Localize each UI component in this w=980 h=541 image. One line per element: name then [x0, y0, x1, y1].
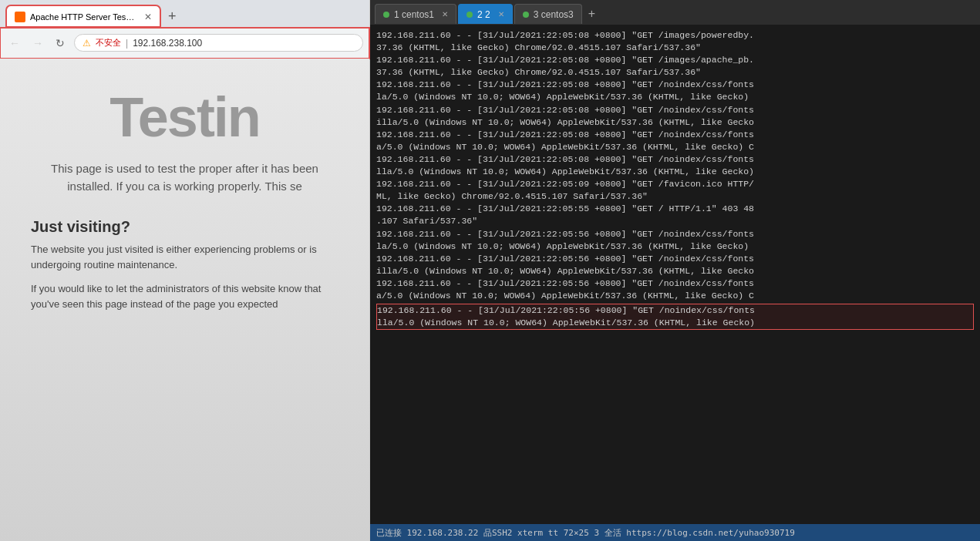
- browser-tab-active[interactable]: Apache HTTP Server Test Page ✕: [6, 5, 160, 27]
- url-separator: |: [126, 38, 128, 49]
- section-text-2: If you would like to let the administrat…: [31, 281, 338, 311]
- section-text-1: The website you just visited is either e…: [31, 242, 338, 272]
- log-line: 192.168.211.60 - - [31/Jul/2021:22:05:56…: [376, 253, 974, 265]
- terminal-tab-centos3[interactable]: 3 centos3: [514, 4, 582, 24]
- log-line: lla/5.0 (Windows NT 10.0; WOW64) AppleWe…: [376, 317, 974, 330]
- reload-button[interactable]: ↻: [52, 35, 68, 51]
- log-line: 37.36 (KHTML, like Gecko) Chrome/92.0.45…: [376, 66, 974, 79]
- log-line: 192.168.211.60 - - [31/Jul/2021:22:05:56…: [376, 277, 974, 290]
- new-terminal-tab-button[interactable]: +: [584, 7, 600, 21]
- tab1-label: 1 centos1: [394, 9, 434, 20]
- section-title-visiting: Just visiting?: [31, 218, 338, 236]
- tab2-label: 2 2: [477, 9, 490, 20]
- log-line: .107 Safari/537.36": [376, 215, 974, 227]
- log-line: 192.168.211.60 - - [31/Jul/2021:22:05:08…: [376, 29, 974, 42]
- log-line: ML, like Gecko) Chrome/92.0.4515.107 Saf…: [376, 190, 974, 203]
- status-bar: 已连接 192.168.238.22 品SSH2 xterm tt 72×25 …: [370, 524, 980, 541]
- security-warning-icon: ⚠: [83, 38, 91, 49]
- log-line: 192.168.211.60 - - [31/Jul/2021:22:05:08…: [376, 129, 974, 141]
- terminal-content[interactable]: 192.168.211.60 - - [31/Jul/2021:22:05:08…: [370, 25, 980, 524]
- tab2-close[interactable]: ✕: [498, 10, 504, 18]
- log-line: lla/5.0 (Windows NT 10.0; WOW64) AppleWe…: [376, 166, 974, 178]
- terminal-tab-centos1[interactable]: 1 centos1 ✕: [375, 4, 456, 24]
- browser-panel: Apache HTTP Server Test Page ✕ + ← → ↻ ⚠…: [0, 0, 370, 541]
- log-line: illa/5.0 (Windows NT 10.0; WOW64) AppleW…: [376, 265, 974, 277]
- tab1-close[interactable]: ✕: [442, 10, 448, 18]
- page-description: This page is used to test the proper aft…: [23, 160, 346, 195]
- log-line: 192.168.211.60 - - [31/Jul/2021:22:05:08…: [376, 153, 974, 166]
- forward-button[interactable]: →: [29, 35, 46, 51]
- tab1-status-dot: [383, 12, 389, 18]
- log-line: 192.168.211.60 - - [31/Jul/2021:22:05:56…: [376, 304, 974, 317]
- security-label: 不安全: [96, 37, 121, 49]
- back-button[interactable]: ←: [6, 35, 23, 51]
- page-big-title: Testin: [23, 89, 346, 145]
- tab3-label: 3 centos3: [534, 9, 574, 20]
- status-text: 已连接 192.168.238.22 品SSH2 xterm tt 72×25 …: [376, 527, 795, 539]
- tab-bar: Apache HTTP Server Test Page ✕ +: [0, 0, 369, 28]
- log-line: a/5.0 (Windows NT 10.0; WOW64) AppleWebK…: [376, 290, 974, 302]
- tab-close-button[interactable]: ✕: [144, 12, 152, 22]
- terminal-tab-bar: 1 centos1 ✕ 2 2 ✕ 3 centos3 +: [370, 0, 980, 25]
- url-text: 192.168.238.100: [133, 38, 202, 49]
- page-inner: Testin This page is used to test the pro…: [0, 59, 369, 327]
- address-bar: ← → ↻ ⚠ 不安全 | 192.168.238.100: [0, 28, 369, 59]
- log-line: 192.168.211.60 - - [31/Jul/2021:22:05:56…: [376, 228, 974, 240]
- tab3-status-dot: [523, 12, 529, 18]
- log-line: 192.168.211.60 - - [31/Jul/2021:22:05:09…: [376, 178, 974, 190]
- tab-label: Apache HTTP Server Test Page: [30, 12, 136, 22]
- log-line: 192.168.211.60 - - [31/Jul/2021:22:05:08…: [376, 104, 974, 116]
- log-line: la/5.0 (Windows NT 10.0; WOW64) AppleWeb…: [376, 91, 974, 103]
- tab-favicon: [15, 12, 25, 22]
- log-line: 192.168.211.60 - - [31/Jul/2021:22:05:08…: [376, 79, 974, 91]
- url-input[interactable]: ⚠ 不安全 | 192.168.238.100: [74, 34, 363, 52]
- log-line: la/5.0 (Windows NT 10.0; WOW64) AppleWeb…: [376, 240, 974, 253]
- log-line: a/5.0 (Windows NT 10.0; WOW64) AppleWebK…: [376, 141, 974, 153]
- new-tab-button[interactable]: +: [163, 9, 181, 23]
- log-line: 192.168.211.60 - - [31/Jul/2021:22:05:55…: [376, 203, 974, 215]
- terminal-panel: 1 centos1 ✕ 2 2 ✕ 3 centos3 + 192.168.21…: [370, 0, 980, 541]
- terminal-tab-2[interactable]: 2 2 ✕: [458, 4, 513, 24]
- log-line: 37.36 (KHTML, like Gecko) Chrome/92.0.45…: [376, 42, 974, 54]
- tab2-status-dot: [466, 12, 473, 18]
- log-line: 192.168.211.60 - - [31/Jul/2021:22:05:08…: [376, 54, 974, 66]
- log-line: illa/5.0 (Windows NT 10.0; WOW64) AppleW…: [376, 116, 974, 129]
- page-content: Testin This page is used to test the pro…: [0, 59, 369, 541]
